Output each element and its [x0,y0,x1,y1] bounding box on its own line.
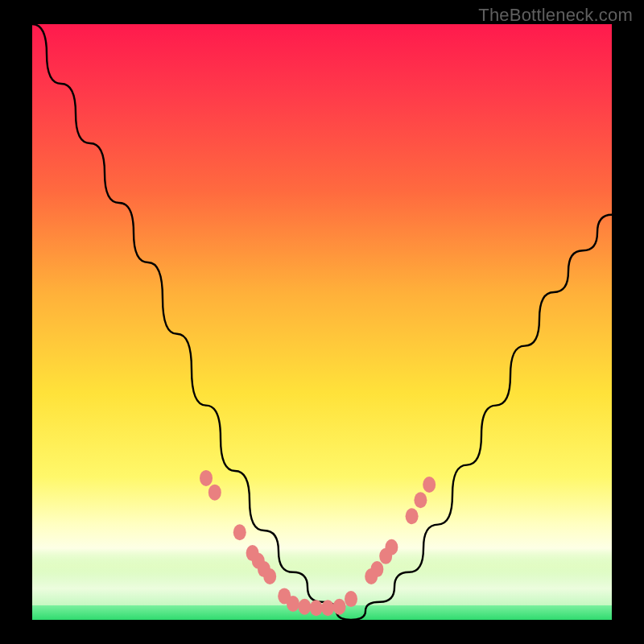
curve-marker [310,600,323,616]
curve-marker [287,596,299,612]
curve-layer [32,24,612,620]
watermark-text: TheBottleneck.com [478,5,633,26]
curve-marker [406,508,419,524]
curve-marker [333,599,346,615]
plot-area [32,24,612,620]
curve-marker [321,600,334,616]
curve-marker [200,470,213,486]
curve-marker [298,599,311,615]
curve-marker [208,485,221,501]
bottleneck-curve [32,24,612,620]
chart-frame: TheBottleneck.com [0,0,644,644]
curve-marker [385,539,398,555]
curve-marker [233,524,246,540]
curve-marker [370,561,383,577]
curve-marker [414,492,427,508]
curve-marker [263,568,276,584]
curve-marker [423,477,436,493]
curve-markers [200,470,436,616]
curve-marker [345,591,357,607]
